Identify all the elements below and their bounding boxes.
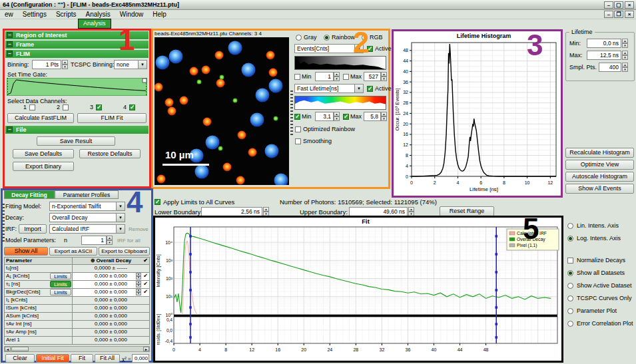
lifetime-channel-select[interactable]: Fast Lifetime[ns]▼	[294, 84, 364, 93]
lifetime-gradient-bar[interactable]	[294, 96, 386, 110]
mdi-restore-icon[interactable]: ❐	[614, 11, 623, 18]
intensity-max-stepper[interactable]: ▲▼	[381, 72, 387, 81]
fit-all-button[interactable]: Fit All	[95, 354, 120, 363]
autoscale-histogram-button[interactable]: Autoscale Histogram	[565, 172, 634, 182]
export-binary-button[interactable]: Export Binary	[13, 162, 74, 171]
checkmark-icon[interactable]: ✔	[143, 281, 148, 287]
minimize-icon[interactable]: –	[604, 1, 613, 9]
spinner-down-icon[interactable]: ▼	[381, 77, 387, 81]
spinner-up-icon[interactable]: ▲	[622, 63, 628, 67]
hist-smpl-field[interactable]: 400	[599, 63, 621, 72]
fit-option-tcspc-curves-only[interactable]: TCSPC Curves Only	[567, 295, 635, 303]
save-result-button[interactable]: Save Result	[37, 136, 115, 146]
spinner-down-icon[interactable]: ▼	[334, 116, 340, 121]
lifetime-max-stepper[interactable]: ▲▼	[381, 112, 387, 121]
collapse-icon[interactable]: −	[7, 126, 13, 132]
spinner-down-icon[interactable]: ▼	[622, 43, 628, 48]
collapse-icon[interactable]: −	[7, 51, 13, 57]
limits-button[interactable]: Limits	[50, 289, 71, 295]
apply-limits-checkbox[interactable]	[155, 199, 160, 205]
spinner-up-icon[interactable]: ▲	[622, 39, 628, 43]
fit-chart[interactable]: 10⁰10¹10²10³10⁴0,40,0-0,4048121620242832…	[155, 218, 561, 361]
irf-for-all-button[interactable]: IRF for all	[117, 237, 141, 244]
hist-min-field[interactable]: 0,0 ns	[587, 39, 621, 48]
spinner-up-icon[interactable]: ▲	[107, 236, 113, 240]
binning-stepper[interactable]: ▲▼	[62, 60, 68, 69]
spinner-up-icon[interactable]: ▲	[622, 51, 628, 55]
channel-2-checkbox[interactable]	[63, 104, 69, 110]
model-parameters-stepper[interactable]: ▲▼	[107, 236, 113, 245]
decay-select[interactable]: Overall Decay▼	[49, 213, 125, 222]
optimize-view-button[interactable]: Optimize View	[565, 160, 634, 170]
model-parameters-field[interactable]: 1	[81, 236, 107, 245]
scroll-right-icon[interactable]: ►	[143, 347, 149, 351]
collapse-icon[interactable]: −	[7, 41, 13, 47]
checkmark-icon[interactable]: ✔	[143, 289, 148, 295]
limits-button[interactable]: Limits	[50, 281, 71, 287]
dropdown-arrow-icon[interactable]: ▼	[138, 61, 147, 69]
panel-splitter[interactable]	[2, 204, 5, 244]
menu-item-help[interactable]: Help	[148, 10, 171, 19]
spinner-down-icon[interactable]: ▼	[62, 65, 68, 69]
spinner-down-icon[interactable]: ▼	[334, 77, 340, 81]
radio-icon[interactable]	[567, 283, 573, 289]
upper-boundary-stepper[interactable]: ▲▼	[408, 207, 414, 216]
radio-icon[interactable]	[567, 270, 573, 276]
radio-icon[interactable]	[567, 308, 573, 314]
fit-option-parameter-plot[interactable]: Parameter Plot	[567, 307, 635, 315]
irf-import-button[interactable]: Import	[19, 224, 47, 234]
intensity-min-field[interactable]: 1	[315, 72, 334, 81]
intensity-min-checkbox[interactable]	[294, 74, 300, 80]
fit-option-lin-intens-axis[interactable]: Lin. Intens. Axis	[567, 222, 635, 230]
reset-range-button[interactable]: Reset Range	[440, 206, 494, 216]
value-stepper[interactable]: ▲▼	[136, 289, 141, 295]
tab-decay-fitting[interactable]: Decay Fitting	[4, 190, 55, 199]
spinner-up-icon[interactable]: ▲	[334, 72, 340, 77]
hist-max-stepper[interactable]: ▲▼	[622, 51, 628, 60]
dropdown-arrow-icon[interactable]: ▼	[116, 225, 125, 233]
spinner-down-icon[interactable]: ▼	[622, 55, 628, 60]
scroll-left-icon[interactable]: ◄	[5, 347, 11, 351]
menu-item-scripts[interactable]: Scripts	[51, 10, 81, 19]
rainbow-radio[interactable]	[324, 35, 330, 41]
channel-3-checkbox[interactable]	[96, 104, 102, 110]
value-stepper[interactable]: ▲▼	[136, 273, 141, 279]
table-h-scrollbar[interactable]: ◄ ►	[4, 346, 150, 352]
close-icon[interactable]: ×	[625, 1, 634, 9]
show-all-events-button[interactable]: Show All Events	[565, 184, 634, 194]
spinner-down-icon[interactable]: ▼	[136, 284, 141, 287]
radio-icon[interactable]	[567, 223, 573, 229]
tcspc-binning-select[interactable]: none▼	[114, 60, 147, 69]
hist-smpl-stepper[interactable]: ▲▼	[622, 63, 628, 72]
clear-button[interactable]: Clear	[5, 354, 35, 363]
spinner-up-icon[interactable]: ▲	[62, 60, 68, 65]
lifetime-min-field[interactable]: 3,1	[315, 112, 334, 121]
initial-fit-button[interactable]: Initial Fit	[36, 354, 69, 363]
lifetime-active-checkbox[interactable]	[367, 86, 373, 92]
collapse-icon[interactable]: −	[7, 32, 13, 38]
lifetime-max-field[interactable]: 5,8	[364, 112, 381, 121]
fit-option-log-intens-axis[interactable]: Log. Intens. Axis	[567, 235, 635, 243]
spinner-down-icon[interactable]: ▼	[136, 276, 141, 279]
lifetime-min-checkbox[interactable]	[294, 114, 300, 120]
fit-option-normalize-decays[interactable]: Normalize Decays	[567, 257, 635, 265]
maximize-icon[interactable]: ▢	[614, 1, 623, 9]
export-clipboard-button[interactable]: Export to Clipboard	[99, 247, 150, 256]
hist-min-stepper[interactable]: ▲▼	[622, 39, 628, 48]
calculate-fastflim-button[interactable]: Calculate FastFLIM	[7, 113, 74, 123]
spinner-up-icon[interactable]: ▲	[381, 72, 387, 77]
hist-max-field[interactable]: 12,5 ns	[587, 51, 621, 60]
irf-remove-button[interactable]: Remove	[129, 226, 149, 233]
channel-1-checkbox[interactable]	[29, 104, 35, 110]
spinner-down-icon[interactable]: ▼	[622, 67, 628, 72]
dropdown-arrow-icon[interactable]: ▼	[116, 202, 125, 210]
lower-boundary-field[interactable]: 2,56 ns	[201, 207, 262, 216]
smoothing-checkbox[interactable]	[295, 138, 301, 144]
flim-fit-button[interactable]: FLIM Fit	[77, 113, 147, 123]
checkmark-icon[interactable]: ✔	[143, 258, 148, 264]
checkmark-icon[interactable]: ✔	[143, 273, 148, 279]
export-ascii-button[interactable]: Export as ASCII	[49, 247, 97, 256]
spinner-down-icon[interactable]: ▼	[107, 240, 113, 245]
menu-item-ew[interactable]: ew	[0, 10, 18, 19]
time-gate-graph[interactable]	[7, 78, 147, 96]
